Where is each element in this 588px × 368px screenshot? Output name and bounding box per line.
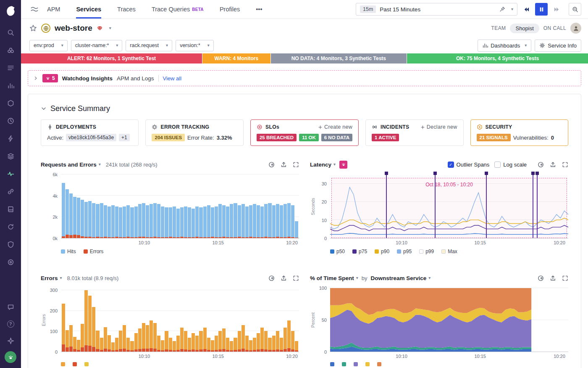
- sidebar-item-infrastructure[interactable]: [3, 150, 18, 162]
- legend-item[interactable]: [342, 362, 346, 366]
- legend-item[interactable]: p95: [397, 249, 412, 254]
- deployment-marker[interactable]: [486, 172, 487, 238]
- outlier-spans-checkbox[interactable]: [448, 161, 454, 168]
- watchdog-insights-banner[interactable]: 5 Watchdog Insights APM and Logs View al…: [28, 70, 581, 86]
- errors-plot-area[interactable]: [61, 288, 299, 352]
- watchdog-monitor-icon[interactable]: [538, 161, 544, 168]
- legend-item[interactable]: p99: [419, 249, 434, 254]
- nav-trace-queries[interactable]: Trace QueriesBETA: [152, 0, 204, 19]
- sidebar-item-security[interactable]: [3, 238, 18, 251]
- signals-badge[interactable]: 21 SIGNALS: [477, 134, 511, 141]
- log-scale-checkbox[interactable]: [494, 161, 501, 168]
- export-icon[interactable]: [281, 275, 287, 281]
- sidebar-item-dashboards[interactable]: [3, 61, 18, 74]
- dashboards-button[interactable]: Dashboards: [478, 40, 531, 52]
- sidebar-item-chat[interactable]: [3, 301, 18, 313]
- service-caret-icon[interactable]: [109, 26, 111, 30]
- sidebar-item-ci[interactable]: [3, 220, 18, 233]
- sidebar-item-apm[interactable]: [3, 167, 18, 180]
- watchdog-monitor-icon[interactable]: [538, 275, 544, 281]
- deployment-marker[interactable]: [537, 172, 538, 238]
- nav-services[interactable]: Services: [76, 0, 101, 19]
- legend-item[interactable]: p75: [352, 249, 367, 254]
- filter-env[interactable]: env:prod: [29, 40, 68, 51]
- issues-badge[interactable]: 204 ISSUES: [152, 134, 185, 141]
- pin-icon[interactable]: [499, 6, 505, 12]
- chevron-right-icon[interactable]: [33, 76, 38, 81]
- declare-new-incident-link[interactable]: Declare new: [420, 124, 457, 130]
- user-avatar[interactable]: [5, 351, 16, 363]
- error-tracking-card[interactable]: ERROR TRACKING 204 ISSUES Error Rate: 3.…: [145, 119, 243, 146]
- filter-version[interactable]: version:*: [176, 40, 214, 51]
- deployment-marker[interactable]: [533, 172, 533, 238]
- export-icon[interactable]: [281, 161, 287, 168]
- deployment-marker[interactable]: [386, 172, 387, 238]
- slo-nodata-badge[interactable]: 6 NO DATA: [321, 134, 352, 141]
- service-summary-header[interactable]: Service Summary: [41, 100, 568, 117]
- fullscreen-icon[interactable]: [293, 161, 299, 168]
- view-all-link[interactable]: View all: [163, 75, 182, 82]
- status-nodata-segment[interactable]: NO DATA: 4 Monitors, 3 Synthetic Tests: [271, 53, 407, 64]
- caret-down-icon[interactable]: [511, 7, 513, 11]
- legend-item[interactable]: [61, 362, 65, 366]
- legend-item[interactable]: [365, 362, 370, 366]
- oncall-avatar[interactable]: [570, 23, 581, 34]
- history-back-button[interactable]: [520, 3, 533, 16]
- bars-canvas[interactable]: [61, 288, 299, 352]
- create-new-slo-link[interactable]: Create new: [318, 124, 352, 130]
- status-alert-segment[interactable]: ALERT: 62 Monitors, 1 Synthetic Test: [21, 53, 202, 64]
- nav-apm[interactable]: APM: [47, 0, 60, 19]
- fullscreen-icon[interactable]: [293, 275, 299, 281]
- filter-resource[interactable]: rack.request: [126, 40, 172, 51]
- team-pill[interactable]: Shopist: [510, 24, 539, 33]
- sidebar-item-settings[interactable]: [3, 256, 18, 268]
- sidebar-item-integrations[interactable]: [3, 97, 18, 109]
- deployment-more-tag[interactable]: +1: [119, 134, 130, 141]
- incidents-card[interactable]: INCIDENTS Declare new 1 ACTIVE: [365, 119, 463, 146]
- legend-item[interactable]: [84, 362, 89, 366]
- watchdog-badge[interactable]: [339, 161, 347, 169]
- status-warn-segment[interactable]: WARN: 4 Monitors: [202, 53, 271, 64]
- watchdog-monitor-icon[interactable]: [268, 275, 275, 281]
- status-ok-segment[interactable]: OK: 75 Monitors, 4 Synthetic Tests: [407, 53, 588, 64]
- legend-item[interactable]: p90: [375, 249, 389, 254]
- legend-item[interactable]: [330, 362, 334, 366]
- legend-item[interactable]: [377, 362, 381, 366]
- deployment-marker[interactable]: [435, 172, 436, 238]
- zoom-out-button[interactable]: [569, 3, 581, 16]
- history-forward-button[interactable]: [550, 3, 563, 16]
- bars-canvas[interactable]: [61, 175, 299, 238]
- sidebar-item-help[interactable]: [3, 318, 18, 330]
- nav-more[interactable]: •••: [256, 0, 262, 19]
- fullscreen-icon[interactable]: [562, 275, 568, 281]
- sidebar-item-synthetics[interactable]: [3, 114, 18, 127]
- legend-item[interactable]: [354, 362, 358, 366]
- legend-item[interactable]: Hits: [61, 249, 76, 254]
- nav-traces[interactable]: Traces: [117, 0, 136, 19]
- pause-button[interactable]: [535, 3, 548, 16]
- legend-item[interactable]: p50: [330, 249, 345, 254]
- time-range-picker[interactable]: 15m Past 15 Minutes: [356, 3, 517, 16]
- datadog-logo[interactable]: [5, 0, 16, 21]
- export-icon[interactable]: [550, 161, 556, 168]
- requests-plot-area[interactable]: [61, 175, 299, 238]
- slo-breached-badge[interactable]: 25 BREACHED: [257, 134, 297, 141]
- slo-ok-badge[interactable]: 11 OK: [299, 134, 319, 141]
- deployments-card[interactable]: DEPLOYMENTS Active: vbe18ck10fi-545a3e +…: [41, 119, 139, 146]
- chart-title[interactable]: Errors: [41, 275, 58, 281]
- time-spent-plot-area[interactable]: [330, 288, 568, 352]
- favorite-star-icon[interactable]: [29, 24, 37, 32]
- sidebar-item-service-map[interactable]: [3, 185, 18, 198]
- latency-plot-area[interactable]: Oct 18, 10:05 - 10:20: [330, 175, 568, 238]
- sidebar-item-upgrades[interactable]: [3, 334, 18, 347]
- incidents-active-badge[interactable]: 1 ACTIVE: [372, 134, 399, 141]
- legend-item[interactable]: Max: [441, 249, 457, 254]
- slos-card[interactable]: SLOs Create new 25 BREACHED 11 OK 6 NO D…: [250, 119, 359, 146]
- nav-profiles[interactable]: Profiles: [220, 0, 240, 19]
- filter-cluster[interactable]: cluster-name:*: [71, 40, 123, 51]
- security-card[interactable]: SECURITY 21 SIGNALS Vulnerabilities: 0: [470, 119, 568, 146]
- chart-title[interactable]: Latency: [310, 161, 331, 168]
- apm-product-icon[interactable]: [30, 5, 39, 13]
- sidebar-item-logs[interactable]: [3, 203, 18, 215]
- service-info-button[interactable]: Service Info: [535, 40, 581, 52]
